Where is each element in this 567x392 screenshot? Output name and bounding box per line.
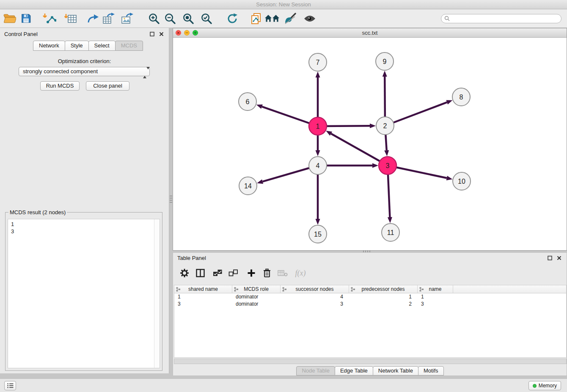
graph-node-8[interactable]: 8 — [452, 88, 470, 106]
criterion-select[interactable]: strongly connected component — [19, 67, 150, 76]
tab-node-table[interactable]: Node Table — [296, 366, 335, 375]
graph-node-7[interactable]: 7 — [309, 53, 327, 71]
split-columns-icon — [196, 269, 205, 277]
table-settings-button[interactable] — [178, 266, 191, 280]
float-panel-button[interactable] — [149, 30, 155, 37]
edge-arrowhead — [257, 179, 263, 184]
close-icon — [159, 32, 164, 36]
search-icon — [444, 16, 450, 21]
close-window-button[interactable] — [176, 30, 181, 36]
column-header-name[interactable]: name — [418, 285, 453, 293]
tab-motifs[interactable]: Motifs — [418, 366, 444, 375]
export-image-button[interactable] — [119, 11, 135, 26]
column-type-icon — [351, 287, 355, 292]
network-window-titlebar[interactable]: scc.txt — [173, 28, 567, 38]
open-session-button[interactable] — [2, 11, 18, 26]
close-panel-button[interactable] — [158, 30, 165, 37]
graph-node-9[interactable]: 9 — [376, 52, 394, 70]
tab-network-table[interactable]: Network Table — [373, 366, 418, 375]
refresh-layout-button[interactable] — [224, 11, 240, 26]
graph-node-1[interactable]: 1 — [309, 117, 327, 135]
edge-arrowhead — [446, 100, 452, 105]
panel-menu-button[interactable] — [4, 381, 16, 390]
zoom-window-button[interactable] — [193, 30, 198, 36]
graph-node-11[interactable]: 11 — [382, 224, 399, 241]
close-panel-action-button[interactable]: Close panel — [86, 81, 129, 91]
zoom-fit-button[interactable] — [180, 11, 196, 26]
minimize-window-button[interactable] — [184, 30, 190, 36]
zoom-out-button[interactable] — [162, 11, 178, 26]
eye-icon — [303, 14, 316, 23]
optimization-criterion-label: Optimization criterion: — [0, 58, 169, 64]
column-label: successor nodes — [295, 286, 333, 292]
tab-network[interactable]: Network — [33, 41, 65, 51]
tab-select[interactable]: Select — [88, 41, 116, 51]
column-type-icon — [176, 287, 181, 292]
graph-node-3[interactable]: 3 — [379, 157, 396, 174]
graph-node-14[interactable]: 14 — [239, 177, 257, 195]
vertical-splitter-handle[interactable] — [170, 196, 172, 203]
float-table-panel-button[interactable] — [546, 254, 553, 261]
control-panel-title: Control Panel — [4, 31, 146, 37]
graph-node-4[interactable]: 4 — [309, 157, 327, 174]
folder-open-icon — [3, 14, 16, 24]
save-session-button[interactable] — [18, 11, 34, 26]
close-icon — [177, 31, 180, 34]
column-header-successor-nodes[interactable]: successor nodes — [281, 285, 349, 293]
tab-mcds[interactable]: MCDS — [115, 41, 143, 51]
graph-node-2[interactable]: 2 — [376, 117, 394, 135]
memory-button[interactable]: Memory — [528, 381, 561, 390]
search-input[interactable] — [450, 16, 561, 22]
svg-text:10: 10 — [458, 178, 465, 185]
table-row[interactable]: 3dominator323 — [174, 301, 566, 308]
zoom-selected-button[interactable] — [198, 11, 214, 26]
column-header-MCDS-role[interactable]: MCDS role — [232, 285, 281, 293]
run-mcds-button[interactable]: Run MCDS — [40, 81, 80, 91]
zoom-in-button[interactable] — [146, 11, 162, 26]
svg-text:9: 9 — [383, 58, 387, 65]
column-header-predecessor-nodes[interactable]: predecessor nodes — [349, 285, 418, 293]
style-button[interactable] — [282, 11, 298, 26]
duplicate-network-button[interactable] — [248, 11, 264, 26]
table-row[interactable]: 1dominator411 — [174, 293, 566, 301]
close-icon — [557, 256, 561, 260]
visibility-button[interactable] — [302, 11, 318, 26]
graph-node-10[interactable]: 10 — [453, 172, 471, 190]
search-box[interactable] — [441, 14, 561, 23]
edge-arrowhead — [446, 176, 453, 180]
edge-2-8[interactable] — [385, 102, 447, 126]
table-toolbar: f(x) — [173, 264, 567, 282]
delete-table-button[interactable] — [276, 266, 289, 280]
function-builder-button[interactable]: f(x) — [292, 266, 309, 280]
split-panel-button[interactable] — [194, 266, 206, 280]
show-all-columns-button[interactable] — [211, 266, 224, 280]
network-canvas[interactable]: 7968124314101511 — [173, 38, 567, 250]
column-header-shared-name[interactable]: shared name — [174, 285, 232, 293]
mcds-result-line: 1 — [11, 221, 157, 228]
delete-column-button[interactable] — [261, 266, 273, 280]
node-table: shared nameMCDS rolesuccessor nodesprede… — [174, 285, 567, 358]
home-button[interactable] — [264, 11, 280, 26]
paintbrush-icon — [284, 13, 296, 25]
mcds-result-list[interactable]: 13 — [8, 219, 160, 368]
fx-icon: f(x) — [295, 269, 306, 278]
create-column-button[interactable] — [245, 266, 258, 280]
hide-all-columns-button[interactable] — [227, 266, 239, 280]
vertical-scrollbar[interactable] — [154, 219, 160, 368]
export-table-button[interactable] — [101, 11, 117, 26]
tab-edge-table[interactable]: Edge Table — [335, 366, 373, 375]
graph-node-6[interactable]: 6 — [239, 93, 256, 110]
network-graph[interactable]: 7968124314101511 — [173, 38, 567, 250]
edge-3-1[interactable] — [331, 134, 388, 166]
export-network-button[interactable] — [85, 11, 101, 26]
mcds-result-box: MCDS result (2 nodes) 13 — [5, 209, 162, 371]
close-table-panel-button[interactable] — [556, 254, 562, 261]
delete-table-icon — [278, 269, 288, 277]
graph-node-15[interactable]: 15 — [309, 225, 327, 243]
import-network-button[interactable] — [41, 11, 58, 26]
horizontal-scrollbar[interactable] — [174, 359, 567, 364]
column-label: name — [429, 286, 441, 292]
tab-style[interactable]: Style — [65, 41, 89, 51]
column-type-icon — [234, 287, 239, 292]
import-table-button[interactable] — [63, 11, 79, 26]
